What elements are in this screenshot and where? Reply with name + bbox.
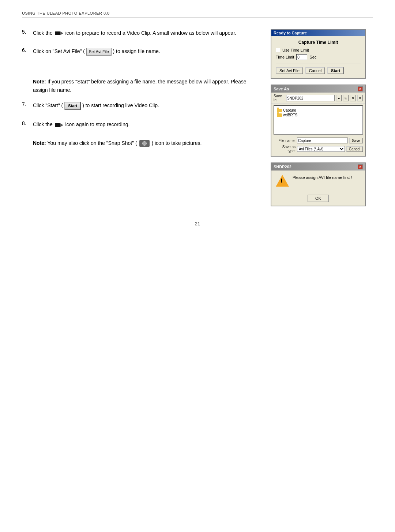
step-5-text: Click the icon to prepare to record a Vi… xyxy=(33,29,236,37)
sndp-title: SNDP202 xyxy=(274,165,291,169)
step-8-text: Click the icon again to stop recording. xyxy=(33,120,129,128)
ready-capture-titlebar: Ready to Capture xyxy=(271,30,365,36)
step-5-number: 5. xyxy=(22,29,29,37)
sndp-titlebar: SNDP202 × xyxy=(271,163,365,171)
ready-capture-btn-row: Set Avi File Cancel Start xyxy=(276,64,361,74)
sndp-body: Please assign AVI file name first ! xyxy=(271,171,365,192)
step-8-after: icon again to stop recording. xyxy=(65,121,129,127)
sndp-dialog: SNDP202 × Please assign AVI file name fi… xyxy=(271,162,366,206)
step-5: 5. Click the icon to prepare to record a… xyxy=(22,29,260,37)
cancel-btn[interactable]: Cancel xyxy=(305,67,325,74)
folder-label-capture: Capture xyxy=(283,108,296,112)
right-column: Ready to Capture Capture Time Limit Use … xyxy=(271,29,373,206)
step-7-after: ) to start recording live Video Clip. xyxy=(82,102,159,108)
toolbar-btn-3[interactable]: ✕ xyxy=(350,95,356,101)
filetype-row: Save as type: Avi Files (*.Avi) Cancel xyxy=(274,145,363,153)
ready-capture-body: Capture Time Limit Use Time Limit Time L… xyxy=(271,36,365,78)
videocam-icon-2 xyxy=(55,123,63,127)
step-8-number: 8. xyxy=(22,120,29,128)
save-in-label: Save in: xyxy=(274,94,285,102)
note-1-text: If you press "Start" before assigning a … xyxy=(33,79,246,93)
save-in-field[interactable] xyxy=(286,95,335,101)
save-file-btn[interactable]: Save xyxy=(349,138,363,143)
warning-triangle xyxy=(276,175,289,187)
save-as-close-btn[interactable]: × xyxy=(358,86,363,91)
vid-box-2 xyxy=(55,123,60,127)
cancel-file-btn[interactable]: Cancel xyxy=(346,146,363,152)
save-as-titlebar: Save As × xyxy=(271,85,365,93)
save-as-window: Save As × Save in: ▲ ⊞ ✕ ≡ Capture xyxy=(271,85,366,157)
set-avi-inline-btn[interactable]: Set Avi File xyxy=(86,48,112,56)
tree-item-wdbrts: wdBRTS xyxy=(277,113,360,117)
start-inline-btn[interactable]: Start xyxy=(64,102,81,110)
sndp-ok-row: OK xyxy=(271,192,365,206)
content-area: 5. Click the icon to prepare to record a… xyxy=(22,29,373,206)
ready-capture-title: Ready to Capture xyxy=(274,31,307,35)
time-limit-input[interactable] xyxy=(296,54,307,60)
step-7-number: 7. xyxy=(22,101,29,110)
steps-lower: 7. Click "Start" ( Start ) to start reco… xyxy=(22,101,260,147)
folder-label-wdbrts: wdBRTS xyxy=(283,113,297,117)
save-as-toolbar: Save in: ▲ ⊞ ✕ ≡ xyxy=(271,93,365,104)
step-5-text-after: icon to prepare to record a Video Clip. … xyxy=(65,30,236,36)
save-as-fields: File name: Save Save as type: Avi Files … xyxy=(271,136,365,156)
filename-row: File name: Save xyxy=(274,138,363,143)
step-8-before: Click the xyxy=(33,121,53,127)
use-time-limit-row: Use Time Limit xyxy=(276,48,361,52)
note-2-label: Note: xyxy=(33,140,46,146)
use-time-limit-label: Use Time Limit xyxy=(282,48,309,52)
sndp-message: Please assign AVI file name first ! xyxy=(293,175,361,180)
filename-label: File name: xyxy=(274,139,296,143)
filename-input[interactable] xyxy=(297,138,348,143)
vid-tri xyxy=(60,31,63,35)
left-column: 5. Click the icon to prepare to record a… xyxy=(22,29,260,206)
folder-icon-capture xyxy=(277,109,282,112)
set-avi-btn[interactable]: Set Avi File xyxy=(276,67,303,74)
start-btn[interactable]: Start xyxy=(327,67,344,74)
page-header: USING THE ULEAD PHOTO EXPLORER 8.0 xyxy=(22,11,373,18)
page-number: 21 xyxy=(195,221,200,226)
sndp-close-btn[interactable]: × xyxy=(358,164,363,169)
step-6: 6. Click on "Set Avi File" ( Set Avi Fil… xyxy=(22,47,260,56)
note-2-before: You may also click on the "Snap Shot" ( xyxy=(47,140,137,146)
tree-item-capture: Capture xyxy=(277,108,360,113)
vid-box xyxy=(55,31,60,35)
toolbar-btn-1[interactable]: ▲ xyxy=(336,95,342,101)
folder-icon-wdbrts xyxy=(277,113,282,117)
step-8: 8. Click the icon again to stop recordin… xyxy=(22,120,260,128)
note-2: Note: You may also click on the "Snap Sh… xyxy=(33,139,260,147)
filetype-label: Save as type: xyxy=(274,145,296,153)
time-limit-label: Time Limit xyxy=(276,55,294,59)
capture-time-limit-label: Capture Time Limit xyxy=(276,40,361,45)
toolbar-btn-4[interactable]: ≡ xyxy=(357,95,363,101)
step-6-text-after: ) to assign file name. xyxy=(113,48,160,54)
filetype-select[interactable]: Avi Files (*.Avi) xyxy=(297,146,345,152)
step-7-text: Click "Start" ( Start ) to start recordi… xyxy=(33,101,159,110)
vid-tri-2 xyxy=(60,123,63,127)
toolbar-btn-2[interactable]: ⊞ xyxy=(343,95,349,101)
step-6-text: Click on "Set Avi File" ( Set Avi File )… xyxy=(33,47,160,56)
page-container: USING THE ULEAD PHOTO EXPLORER 8.0 5. Cl… xyxy=(0,0,395,248)
ready-to-capture-window: Ready to Capture Capture Time Limit Use … xyxy=(271,29,366,79)
videocam-icon xyxy=(55,31,63,35)
step-6-text-main: Click on "Set Avi File" ( xyxy=(33,48,85,54)
header-text: USING THE ULEAD PHOTO EXPLORER 8.0 xyxy=(22,11,110,15)
snapshot-icon xyxy=(139,140,150,147)
step-7: 7. Click "Start" ( Start ) to start reco… xyxy=(22,101,260,110)
note-1-label: Note: xyxy=(33,79,46,85)
page-footer: 21 xyxy=(22,221,373,226)
time-limit-row: Time Limit Sec xyxy=(276,54,361,60)
note-1: Note: If you press "Start" before assign… xyxy=(33,78,260,94)
step-7-before: Click "Start" ( xyxy=(33,102,63,108)
note-2-after: ) icon to take pictures. xyxy=(151,140,202,146)
step-5-text-before: Click the xyxy=(33,30,53,36)
step-6-number: 6. xyxy=(22,47,29,56)
save-as-title: Save As xyxy=(274,87,289,91)
sec-label: Sec xyxy=(309,55,316,59)
use-time-limit-checkbox[interactable] xyxy=(276,48,280,52)
file-tree: Capture wdBRTS xyxy=(274,105,363,135)
sndp-ok-btn[interactable]: OK xyxy=(308,195,329,202)
warning-icon xyxy=(276,175,289,188)
